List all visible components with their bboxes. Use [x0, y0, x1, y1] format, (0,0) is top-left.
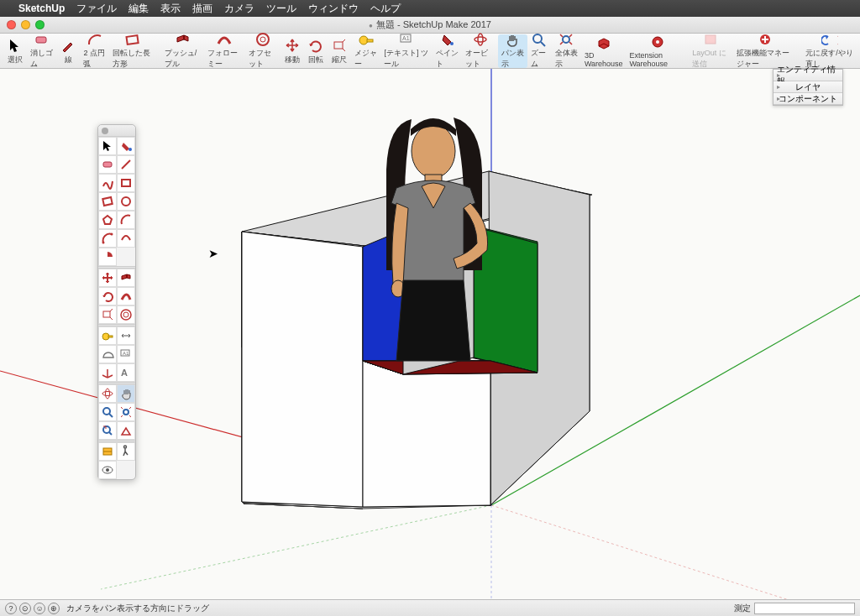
toolbar-ew-button[interactable]: Extension Warehouse [626, 34, 689, 68]
menu-camera[interactable]: カメラ [224, 2, 254, 16]
status-geo-icon[interactable]: ? [5, 603, 17, 614]
svg-point-12 [533, 34, 542, 43]
app-menu[interactable]: SketchUp [18, 3, 65, 14]
palette-2arc-button[interactable] [98, 229, 117, 248]
toolbar-move-button[interactable]: 移動 [281, 34, 304, 68]
toolbar-select-button[interactable]: 選択 [3, 34, 27, 68]
palette-pan-button[interactable] [117, 384, 135, 403]
toolbar-orbit-button[interactable]: オービット [462, 34, 497, 68]
toolbar-offset-button[interactable]: オフセット [245, 34, 281, 68]
menu-edit[interactable]: 編集 [128, 2, 149, 16]
toolbar-zoom-button[interactable]: ズーム [527, 34, 552, 68]
offset-icon [254, 32, 271, 47]
toolbar-layout-button[interactable]: LayOut に送信 [689, 34, 733, 68]
window-title: 無題 - SketchUp Make 2017 [0, 18, 860, 31]
palette-tape-button[interactable] [98, 326, 117, 345]
default-tray[interactable]: ▸エンティティ情報 ▸レイヤ ▸コンポーネント [773, 69, 843, 106]
palette-3dtext-button[interactable]: A [117, 363, 135, 382]
svg-rect-70 [103, 311, 110, 317]
palette-polygon-button[interactable] [98, 211, 117, 229]
menu-tools[interactable]: ツール [266, 2, 296, 16]
palette-rect-button[interactable] [117, 174, 135, 192]
palette-move-button[interactable] [98, 269, 117, 287]
toolbar-3dw-button[interactable]: 3D Warehouse [581, 34, 626, 68]
scale-icon [331, 37, 348, 54]
large-toolset-palette[interactable]: A1A [97, 124, 136, 480]
palette-pie-button[interactable] [98, 248, 117, 266]
toolbar-rect-button[interactable]: 回転した長方形 [109, 34, 156, 68]
palette-axes-button[interactable] [98, 363, 117, 382]
palette-extents-button[interactable] [117, 403, 135, 421]
toolbar-line-button[interactable]: 線 [56, 34, 80, 68]
mac-menu-bar: SketchUp ファイル 編集 表示 描画 カメラ ツール ウィンドウ ヘルプ [0, 0, 860, 17]
svg-rect-66 [102, 197, 112, 206]
svg-point-60 [412, 124, 455, 178]
palette-arc-button[interactable] [117, 211, 135, 229]
toolbar-text-button[interactable]: A1[テキスト] ツール [380, 34, 433, 68]
palette-select-button[interactable] [98, 137, 117, 155]
palette-dim-button[interactable] [117, 326, 135, 345]
palette-zoom-button[interactable] [98, 403, 117, 421]
main-toolbar: 選択消しゴム線2 点円弧回転した長方形プッシュ/プルフォローミーオフセット移動回… [0, 34, 860, 69]
palette-section-button[interactable] [98, 442, 117, 461]
toolbar-label: 2 点円弧 [83, 48, 105, 70]
palette-3arc-button[interactable] [117, 229, 135, 248]
pan-icon [504, 32, 521, 47]
toolbar-label: 消しゴム [30, 48, 53, 70]
measurement-input[interactable] [754, 603, 855, 614]
toolbar-zoomext-button[interactable]: 全体表示 [552, 34, 581, 68]
toolbar-extmgr-button[interactable]: 拡張機能マネージャー [733, 34, 797, 68]
menu-view[interactable]: 表示 [160, 2, 181, 16]
tray-components[interactable]: ▸コンポーネント [773, 93, 842, 105]
palette-text-button[interactable]: A1 [117, 345, 135, 363]
status-login-icon[interactable]: ☺ [34, 603, 45, 614]
palette-scale-button[interactable] [98, 305, 117, 324]
status-geoloc-icon[interactable]: ⊕ [48, 603, 60, 614]
eraser-icon [34, 32, 50, 47]
toolbar-arc-button[interactable]: 2 点円弧 [80, 34, 108, 68]
zoom-icon [531, 32, 548, 47]
palette-rotate-button[interactable] [98, 287, 117, 305]
palette-protractor-button[interactable] [98, 345, 117, 363]
menu-window[interactable]: ウィンドウ [308, 2, 359, 16]
tray-layers[interactable]: ▸レイヤ [773, 81, 842, 93]
status-credits-icon[interactable]: ⊙ [19, 603, 31, 614]
palette-position-button[interactable] [117, 421, 135, 440]
toolbar-label: オービット [465, 48, 494, 70]
palette-eraser-button[interactable] [98, 155, 117, 174]
svg-point-63 [128, 148, 132, 151]
toolbar-eraser-button[interactable]: 消しゴム [27, 34, 56, 68]
status-hint: カメラをパン表示する方向にドラッグ [66, 603, 209, 614]
toolbar-label: パン表示 [501, 48, 524, 70]
toolbar-pan-button[interactable]: パン表示 [498, 34, 527, 68]
toolbar-rotate-button[interactable]: 回転 [304, 34, 328, 68]
palette-look-button[interactable] [98, 461, 117, 479]
toolbar-pushpull-button[interactable]: プッシュ/プル [161, 34, 204, 68]
svg-rect-74 [108, 336, 113, 337]
palette-orbit-button[interactable] [98, 384, 117, 403]
toolbar-paint-button[interactable]: ペイント [433, 34, 462, 68]
palette-walk-button[interactable] [117, 442, 135, 461]
menu-help[interactable]: ヘルプ [370, 2, 401, 16]
tape-icon [358, 32, 375, 47]
toolbar-scale-button[interactable]: 縮尺 [328, 34, 351, 68]
palette-rotrect-button[interactable] [98, 192, 117, 211]
palette-titlebar[interactable] [98, 125, 135, 137]
tray-entity-info[interactable]: ▸エンティティ情報 [773, 70, 842, 81]
toolbar-followme-button[interactable]: フォローミー [204, 34, 245, 68]
window-title-bar: 無題 - SketchUp Make 2017 [0, 17, 860, 34]
toolbar-undo-button[interactable]: 元に戻す/やり直し [802, 34, 857, 68]
palette-followme-button[interactable] [117, 287, 135, 305]
menu-file[interactable]: ファイル [76, 2, 117, 16]
palette-paint-button[interactable] [117, 137, 135, 155]
palette-freehand-button[interactable] [98, 174, 117, 192]
toolbar-tape-button[interactable]: メジャー [351, 34, 380, 68]
palette-prev-button[interactable] [98, 421, 117, 440]
palette-close-icon[interactable] [102, 128, 108, 134]
palette-line-button[interactable] [117, 155, 135, 174]
svg-point-16 [656, 40, 659, 44]
menu-draw[interactable]: 描画 [192, 2, 212, 16]
palette-circle-button[interactable] [117, 192, 135, 211]
palette-pushpull-button[interactable] [117, 269, 135, 287]
palette-offset-button[interactable] [117, 305, 135, 324]
